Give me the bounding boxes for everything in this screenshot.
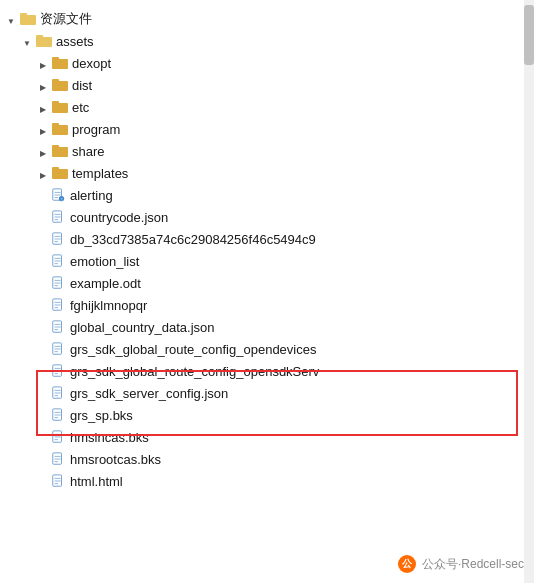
file-icon <box>50 407 66 423</box>
svg-rect-19 <box>53 211 62 222</box>
file-icon <box>50 209 66 225</box>
folder-icon <box>20 11 36 27</box>
item-label: html.html <box>70 474 123 489</box>
file-icon <box>50 385 66 401</box>
tree-item-grs-sdk-opensdk[interactable]: grs_sdk_global_route_config_opensdkServ <box>0 360 534 382</box>
watermark-text: 公众号·Redcell-sec <box>422 556 524 573</box>
item-label: global_country_data.json <box>70 320 215 335</box>
folder-icon <box>52 55 68 71</box>
folder-icon <box>52 143 68 159</box>
item-label: emotion_list <box>70 254 139 269</box>
tree-item-program[interactable]: program <box>0 118 534 140</box>
tree-item-hmsincas-bks[interactable]: hmsincas.bks <box>0 426 534 448</box>
svg-rect-1 <box>20 13 27 17</box>
tree-item-html[interactable]: html.html <box>0 470 534 492</box>
svg-rect-11 <box>52 123 59 127</box>
tree-item-dist[interactable]: dist <box>0 74 534 96</box>
svg-rect-25 <box>53 343 62 354</box>
item-label: fghijklmnopqr <box>70 298 147 313</box>
svg-rect-24 <box>53 321 62 332</box>
tree-item-etc[interactable]: etc <box>0 96 534 118</box>
item-label: hmsrootcas.bks <box>70 452 161 467</box>
arrow-icon <box>36 166 50 180</box>
tree-item-grs-sdk-open[interactable]: grs_sdk_global_route_config_opendevices <box>0 338 534 360</box>
watermark-logo: 公 <box>398 555 416 573</box>
tree-item-templates[interactable]: templates <box>0 162 534 184</box>
item-label: program <box>72 122 120 137</box>
arrow-icon <box>4 12 18 26</box>
svg-rect-31 <box>53 475 62 486</box>
file-icon: ? <box>50 187 66 203</box>
tree-root[interactable]: 资源文件 <box>0 8 534 30</box>
svg-rect-30 <box>53 453 62 464</box>
arrow-icon <box>36 144 50 158</box>
item-label: grs_sdk_server_config.json <box>70 386 228 401</box>
svg-rect-13 <box>52 145 59 149</box>
svg-text:?: ? <box>61 198 63 202</box>
item-label: dexopt <box>72 56 111 71</box>
svg-rect-22 <box>53 277 62 288</box>
svg-rect-5 <box>52 57 59 61</box>
tree-assets[interactable]: assets <box>0 30 534 52</box>
item-label: grs_sdk_global_route_config_opendevices <box>70 342 316 357</box>
svg-rect-27 <box>53 387 62 398</box>
item-label: countrycode.json <box>70 210 168 225</box>
item-label: grs_sdk_global_route_config_opensdkServ <box>70 364 319 379</box>
root-label: 资源文件 <box>40 10 92 28</box>
svg-rect-26 <box>53 365 62 376</box>
file-icon <box>50 319 66 335</box>
folder-icon <box>36 33 52 49</box>
tree-item-example-odt[interactable]: example.odt <box>0 272 534 294</box>
scrollbar[interactable] <box>524 0 534 583</box>
svg-rect-9 <box>52 101 59 105</box>
watermark: 公 公众号·Redcell-sec <box>398 555 524 573</box>
svg-rect-23 <box>53 299 62 310</box>
item-label: alerting <box>70 188 113 203</box>
tree-item-emotion-list[interactable]: emotion_list <box>0 250 534 272</box>
svg-rect-3 <box>36 35 43 39</box>
svg-rect-21 <box>53 255 62 266</box>
folder-icon <box>52 99 68 115</box>
file-icon <box>50 231 66 247</box>
item-label: dist <box>72 78 92 93</box>
arrow-icon <box>36 100 50 114</box>
folder-icon <box>52 121 68 137</box>
tree-item-fghijklmnopqr[interactable]: fghijklmnopqr <box>0 294 534 316</box>
arrow-icon <box>36 78 50 92</box>
svg-rect-28 <box>53 409 62 420</box>
svg-rect-15 <box>52 167 59 171</box>
tree-item-countrycode[interactable]: countrycode.json <box>0 206 534 228</box>
file-icon <box>50 451 66 467</box>
assets-label: assets <box>56 34 94 49</box>
file-icon <box>50 297 66 313</box>
tree-item-hmsrootcas-bks[interactable]: hmsrootcas.bks <box>0 448 534 470</box>
svg-rect-20 <box>53 233 62 244</box>
item-label: templates <box>72 166 128 181</box>
item-label: grs_sp.bks <box>70 408 133 423</box>
folder-icon <box>52 77 68 93</box>
scrollbar-thumb[interactable] <box>524 5 534 65</box>
file-icon <box>50 253 66 269</box>
tree-item-db33cd[interactable]: db_33cd7385a74c6c29084256f46c5494c9 <box>0 228 534 250</box>
file-icon <box>50 363 66 379</box>
item-label: db_33cd7385a74c6c29084256f46c5494c9 <box>70 232 316 247</box>
arrow-icon <box>36 56 50 70</box>
tree-item-global-country[interactable]: global_country_data.json <box>0 316 534 338</box>
tree-item-dexopt[interactable]: dexopt <box>0 52 534 74</box>
tree-item-grs-sdk-server[interactable]: grs_sdk_server_config.json <box>0 382 534 404</box>
file-icon <box>50 473 66 489</box>
item-label: share <box>72 144 105 159</box>
arrow-icon <box>20 34 34 48</box>
item-label: etc <box>72 100 89 115</box>
file-icon <box>50 275 66 291</box>
arrow-icon <box>36 122 50 136</box>
tree-item-grs-sp-bks[interactable]: grs_sp.bks <box>0 404 534 426</box>
tree-item-share[interactable]: share <box>0 140 534 162</box>
file-icon <box>50 341 66 357</box>
svg-rect-29 <box>53 431 62 442</box>
svg-rect-7 <box>52 79 59 83</box>
file-explorer: 资源文件 assets dexopt <box>0 0 534 583</box>
file-icon <box>50 429 66 445</box>
tree-item-alerting[interactable]: ? alerting <box>0 184 534 206</box>
folder-icon <box>52 165 68 181</box>
